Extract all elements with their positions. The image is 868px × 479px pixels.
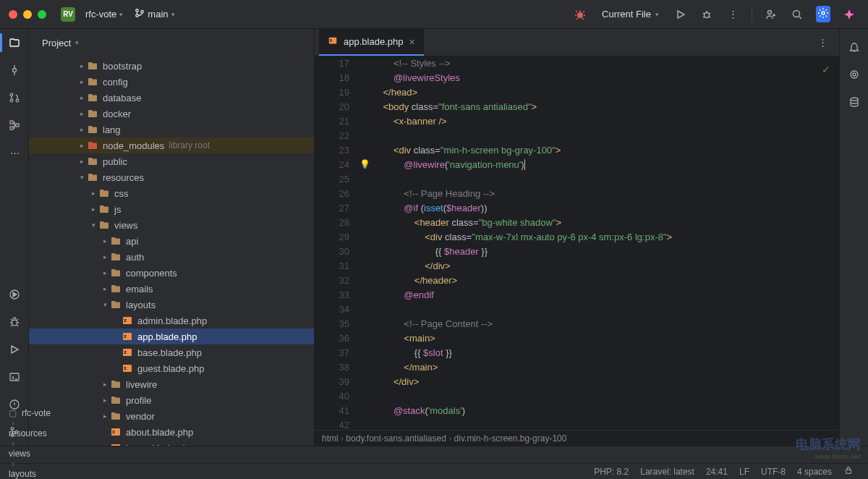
folder-icon [87, 92, 98, 103]
tree-chevron-icon[interactable] [77, 158, 87, 165]
ai-assistant-button[interactable] [840, 61, 868, 88]
run-tool-button[interactable] [0, 336, 29, 363]
tree-item[interactable]: emails [29, 281, 314, 297]
more-tools-button[interactable]: ⋯ [0, 139, 29, 166]
tree-chevron-icon[interactable] [100, 397, 110, 404]
tree-chevron-icon[interactable] [88, 221, 98, 229]
tree-item[interactable]: resources [29, 169, 314, 185]
tree-chevron-icon[interactable] [100, 412, 110, 420]
run-config-label: Current File [602, 9, 651, 20]
project-tree[interactable]: bootstrapconfigdatabasedockerlangnode_mo… [29, 56, 314, 446]
tree-item-label: lang [103, 124, 121, 135]
status-laravel-version[interactable]: Laravel: latest [634, 467, 700, 477]
tree-chevron-icon[interactable] [100, 285, 110, 292]
code-with-me-icon[interactable] [761, 4, 781, 25]
maximize-button[interactable] [38, 10, 46, 19]
status-line-separator[interactable]: LF [733, 467, 755, 477]
tree-item[interactable]: bootstrap [29, 58, 314, 74]
vcs-tool-button[interactable] [0, 418, 29, 446]
tree-chevron-icon[interactable] [77, 78, 87, 85]
pull-requests-tool-button[interactable] [0, 84, 29, 111]
tree-chevron-icon[interactable] [100, 381, 110, 388]
tree-chevron-icon[interactable] [77, 174, 87, 181]
run-button[interactable] [671, 4, 691, 25]
tab-menu-button[interactable]: ⋮ [811, 37, 835, 48]
path-segment[interactable]: views [9, 449, 79, 459]
services-tool-button[interactable] [0, 281, 29, 308]
debug-tool-button[interactable] [0, 308, 29, 336]
tree-item[interactable]: public [29, 153, 314, 169]
terminal-tool-button[interactable] [0, 363, 29, 391]
inspection-ok-icon[interactable]: ✓ [822, 64, 830, 75]
tree-item[interactable]: config [29, 74, 314, 90]
project-dropdown[interactable]: rfc-vote ▾ [80, 6, 129, 22]
editor-body[interactable]: 1718192021222324252627282930313233343536… [315, 56, 839, 430]
tree-chevron-icon[interactable] [77, 126, 87, 133]
tree-chevron-icon[interactable] [88, 190, 98, 197]
tree-item[interactable]: livewire [29, 376, 314, 392]
tree-chevron-icon[interactable] [100, 269, 110, 276]
more-actions-button[interactable]: ⋮ [723, 4, 743, 25]
status-readonly-icon[interactable] [838, 465, 859, 478]
folder-icon [98, 187, 110, 199]
svg-point-11 [16, 99, 19, 102]
tree-item[interactable]: guest.blade.php [29, 360, 314, 376]
tree-item[interactable]: api [29, 233, 314, 249]
close-button[interactable] [9, 10, 17, 19]
debug-button[interactable] [697, 4, 717, 25]
editor-breadcrumb[interactable]: html › body.font-sans.antialiased › div.… [315, 430, 839, 446]
tree-item[interactable]: views [29, 217, 314, 233]
status-indent[interactable]: 4 spaces [791, 467, 838, 477]
breadcrumb-segment[interactable]: body.font-sans.antialiased [346, 433, 446, 444]
folder-icon [98, 203, 110, 215]
tree-chevron-icon[interactable] [100, 253, 110, 260]
tree-chevron-icon[interactable] [77, 62, 87, 69]
tree-item[interactable]: base.blade.php [29, 344, 314, 360]
tree-chevron-icon[interactable] [77, 110, 87, 117]
editor-tab[interactable]: app.blade.php × [319, 29, 424, 56]
tree-item[interactable]: node_moduleslibrary root [29, 137, 314, 153]
tree-chevron-icon[interactable] [100, 301, 110, 308]
tree-item[interactable]: components [29, 265, 314, 281]
status-encoding[interactable]: UTF-8 [755, 467, 791, 477]
tree-item[interactable]: profile [29, 392, 314, 408]
minimize-button[interactable] [23, 10, 32, 19]
jetbrains-ai-icon[interactable] [839, 4, 859, 25]
search-icon[interactable] [787, 4, 807, 25]
svg-rect-42 [330, 41, 332, 41]
problems-tool-button[interactable] [0, 391, 29, 418]
commit-tool-button[interactable] [0, 56, 29, 84]
tree-item[interactable]: database [29, 90, 314, 106]
breadcrumb-segment[interactable]: div.min-h-screen.bg-gray-100 [454, 433, 567, 444]
tree-item[interactable]: auth [29, 249, 314, 265]
intention-bulb-icon[interactable]: 💡 [359, 159, 370, 169]
project-tool-button[interactable] [0, 29, 29, 56]
tree-item[interactable]: js [29, 201, 314, 217]
structure-tool-button[interactable] [0, 111, 29, 139]
close-icon[interactable]: × [409, 36, 414, 48]
status-cursor-position[interactable]: 24:41 [700, 467, 733, 477]
path-segment[interactable]: layouts [9, 469, 79, 479]
project-panel-header[interactable]: Project ▾ [29, 29, 314, 56]
tree-chevron-icon[interactable] [100, 237, 110, 245]
branch-dropdown[interactable]: main ▾ [129, 5, 180, 23]
status-php-version[interactable]: PHP: 8.2 [588, 467, 634, 477]
tree-item[interactable]: css [29, 185, 314, 201]
debug-bug-icon[interactable] [570, 4, 590, 25]
tree-item[interactable]: docker [29, 106, 314, 122]
notifications-button[interactable] [840, 33, 868, 61]
tree-item[interactable]: layouts [29, 297, 314, 313]
tree-chevron-icon[interactable] [88, 205, 98, 213]
tree-item[interactable]: admin.blade.php [29, 313, 314, 328]
tree-item[interactable]: lang [29, 122, 314, 137]
database-tool-button[interactable] [840, 88, 868, 116]
breadcrumb-segment[interactable]: html [322, 433, 339, 444]
file-path-breadcrumb[interactable]: ▢rfc-vote›resources›views›layouts›app.bl… [0, 446, 868, 463]
tree-chevron-icon[interactable] [77, 142, 87, 149]
code-content[interactable]: <!-- Styles --> @livewireStyles </head> … [373, 56, 839, 430]
svg-rect-27 [124, 337, 127, 339]
tree-item[interactable]: app.blade.php [29, 328, 314, 344]
tree-chevron-icon[interactable] [77, 94, 87, 101]
run-config-dropdown[interactable]: Current File ▾ [596, 6, 665, 22]
settings-icon[interactable] [813, 4, 833, 25]
